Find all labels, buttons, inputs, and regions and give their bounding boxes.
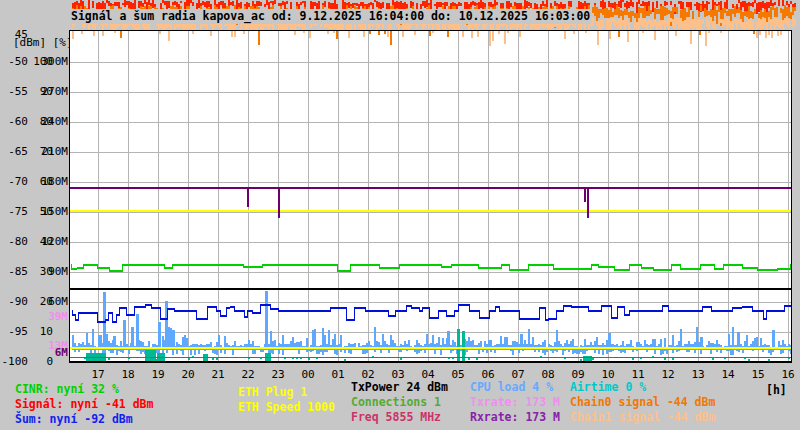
cinr-line-connector (243, 264, 244, 268)
noise-line-connector (145, 304, 146, 308)
airtime-dot (632, 358, 634, 360)
cinr-line-connector (350, 264, 351, 272)
chain-signal-drip (498, 31, 500, 34)
noise-line-connector (499, 306, 500, 312)
noise-line-connector (784, 305, 785, 312)
legend-item: Airtime 0 % (570, 382, 646, 394)
y-tick-pct: 10 (0, 326, 53, 337)
noise-line-segment (680, 310, 691, 312)
noise-line-connector (220, 310, 221, 317)
noise-line-connector (588, 306, 589, 312)
rxrate-drop-spike (587, 187, 589, 218)
x-tick-hour: 00 (296, 369, 320, 380)
cinr-line-segment (97, 267, 109, 269)
noise-line-connector (545, 307, 546, 321)
cinr-line-segment (571, 268, 592, 270)
rxrate-line (70, 187, 791, 189)
cinr-line-connector (509, 264, 510, 271)
cinr-line-connector (97, 264, 98, 269)
cinr-line-connector (653, 267, 654, 271)
noise-line-connector (539, 307, 540, 320)
chain-signal-drip (72, 31, 74, 39)
chain-signal-drip (690, 31, 692, 44)
noise-pixel-red (304, 1, 306, 6)
noise-line-connector (763, 310, 764, 320)
chain-signal-drip (390, 31, 392, 45)
y-rate-marker-label: 6M (0, 347, 68, 358)
airtime-dot (672, 358, 674, 360)
cinr-line-connector (451, 264, 452, 268)
y-rate-marker-label: 39M (0, 311, 68, 322)
cinr-line-connector (122, 264, 123, 272)
cinr-line-segment (700, 264, 714, 266)
eth-plug-line (70, 347, 791, 349)
chain-signal-drip (102, 31, 104, 36)
gridline-horizontal (70, 122, 791, 123)
gridline-vertical (338, 31, 339, 361)
cinr-line-connector (591, 264, 592, 270)
noise-line-connector (711, 306, 712, 312)
legend-item: CINR: nyní 32 % (15, 384, 119, 396)
noise-line-segment (336, 307, 347, 309)
noise-pixel-orange (776, 7, 778, 17)
cinr-line-segment (441, 266, 452, 268)
noise-line-connector (151, 304, 152, 309)
noise-line-connector (419, 307, 420, 312)
gridline-horizontal (70, 212, 791, 213)
noise-line-connector (519, 310, 520, 320)
noise-line-connector (196, 310, 197, 320)
cinr-line-segment (319, 264, 337, 266)
noise-line-segment (752, 310, 763, 312)
cinr-line-segment (226, 264, 244, 266)
chain-signal-drip (447, 31, 449, 37)
legend-item: Freq 5855 MHz (351, 412, 441, 424)
chain-signal-drip (210, 31, 212, 36)
chain-signal-drip (348, 31, 350, 38)
gridline-vertical (578, 31, 579, 361)
chain-signal-drip (414, 31, 416, 35)
chain-signal-drip (573, 31, 575, 34)
legend-item: Connections 1 (351, 397, 441, 409)
cinr-line-segment (399, 264, 407, 266)
cinr-line-segment (130, 264, 145, 266)
cpu-load-spike (123, 320, 126, 350)
noise-line-segment (388, 315, 395, 317)
cinr-line-connector (71, 264, 72, 270)
x-tick-hour: 11 (626, 369, 650, 380)
signal-noise-graph: Signál a šum radia kapova_ac od: 9.12.20… (0, 0, 800, 430)
noise-line-connector (454, 310, 455, 317)
y-tick-mbps: 270M (0, 86, 68, 97)
x-tick-hour: 06 (476, 369, 500, 380)
cinr-line-segment (295, 264, 311, 266)
chain-signal-drip (699, 31, 701, 35)
chain-signal-drip (564, 31, 566, 39)
rxrate-drop-spike (584, 187, 586, 202)
chain-signal-drip (336, 31, 338, 39)
noise-line-segment (101, 321, 106, 323)
noise-pixel-red (632, 2, 634, 7)
y-tick-mbps: 210M (0, 146, 68, 157)
chain-signal-drip (597, 31, 599, 45)
chain-signal-drip (309, 31, 311, 38)
chain-signal-drip (768, 31, 770, 35)
chain-signal-drip (780, 31, 782, 35)
x-tick-hour: 17 (86, 369, 110, 380)
cinr-line-connector (790, 264, 791, 270)
gridline-horizontal (70, 302, 791, 303)
cinr-line-segment (757, 269, 778, 271)
chain-signal-drip (627, 31, 629, 42)
x-tick-hour: 15 (746, 369, 770, 380)
noise-line-segment (354, 307, 365, 309)
cinr-line-connector (83, 264, 84, 269)
cinr-line-segment (629, 264, 641, 266)
noise-pixel-pale (752, 21, 754, 30)
cinr-line-connector (164, 264, 165, 269)
cinr-line-connector (528, 264, 529, 271)
noise-line-connector (72, 310, 73, 316)
x-tick-hour: 02 (356, 369, 380, 380)
noise-pixel-red (656, 1, 658, 9)
noise-line-connector (346, 307, 347, 321)
chain-signal-drip (384, 31, 386, 34)
airtime-dot (104, 359, 106, 361)
chain-signal-drip (705, 31, 707, 46)
